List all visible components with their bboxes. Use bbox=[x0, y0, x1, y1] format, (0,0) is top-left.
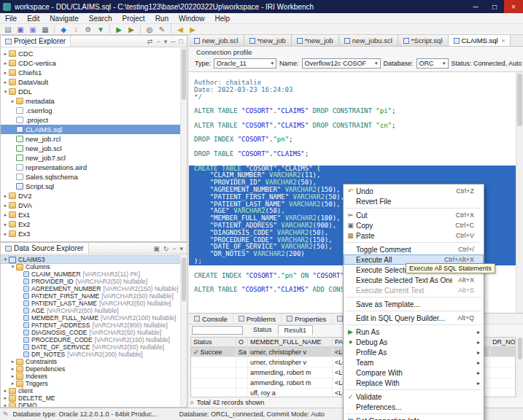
menu-edit[interactable]: Edit bbox=[22, 13, 44, 23]
expand-arrow-icon[interactable]: ▸ bbox=[9, 381, 16, 386]
datasource-item-procedure-code[interactable]: PROCEDURE_CODE[VARCHAR2(150) Nullable] bbox=[1, 336, 180, 343]
datasource-item-columns[interactable]: ▾Columns bbox=[1, 263, 180, 271]
project-item-cdc-vertica[interactable]: ▸CDC-vertica bbox=[1, 58, 180, 68]
expand-arrow-icon[interactable]: ▸ bbox=[2, 79, 9, 85]
menu-item-save-as-template[interactable]: Save as Template... bbox=[344, 299, 484, 309]
collapse-arrow-icon[interactable]: ▾ bbox=[2, 257, 9, 262]
new-job-wizard-icon[interactable]: ◆ bbox=[58, 25, 69, 34]
run-icon[interactable]: ▶ bbox=[113, 25, 125, 34]
project-item-script-sql[interactable]: Script.sql bbox=[1, 182, 180, 191]
datasource-item-dr-notes[interactable]: DR_NOTES[VARCHAR2(200) Nullable] bbox=[1, 351, 180, 358]
scrollbar-thumb[interactable] bbox=[517, 74, 522, 126]
datasource-item-triggers[interactable]: ▸Triggers bbox=[1, 380, 180, 387]
grid-header-status[interactable]: Status bbox=[191, 338, 236, 346]
menu-item-run-as[interactable]: ▶Run As▸ bbox=[344, 327, 484, 337]
project-item-sales-sqlschema[interactable]: Sales.sqlschema bbox=[1, 172, 180, 182]
datasource-item-client[interactable]: ▸client bbox=[1, 387, 180, 394]
new-connection-icon[interactable]: ▣ bbox=[153, 245, 160, 252]
expand-arrow-icon[interactable]: ▸ bbox=[9, 366, 16, 372]
save-all-icon[interactable]: ▣ bbox=[27, 25, 39, 34]
search-icon[interactable]: ◎ bbox=[144, 25, 155, 34]
project-item-datavault[interactable]: ▸DataVault bbox=[1, 77, 180, 87]
name-combo[interactable]: Overflow12c COSOF ▾ bbox=[302, 58, 381, 69]
menu-navigate[interactable]: Navigate bbox=[44, 13, 83, 23]
menu-item-copy[interactable]: ▣CopyCtrl+C bbox=[344, 220, 484, 230]
menu-item-edit-in-sql-query-builder[interactable]: Edit in SQL Query Builder...Alt+Q bbox=[344, 313, 484, 323]
menu-run[interactable]: Run bbox=[150, 13, 174, 23]
project-item-new-job-scl[interactable]: new_job.scl bbox=[1, 144, 180, 153]
project-item-cdc[interactable]: ▸CDC bbox=[1, 49, 180, 58]
scrollbar-thumb[interactable] bbox=[182, 49, 186, 100]
link-with-editor-icon[interactable]: ⇄ bbox=[147, 38, 153, 45]
collapse-all-icon[interactable]: − bbox=[156, 38, 160, 45]
project-item-chiefs1[interactable]: ▸Chiefs1 bbox=[1, 68, 180, 77]
project-item-new-job7-scl[interactable]: new_job7.scl bbox=[1, 153, 180, 163]
menu-item-replace-with[interactable]: Replace With▸ bbox=[344, 378, 484, 388]
datasource-item-indexes[interactable]: ▸Indexes bbox=[1, 373, 180, 380]
editor-tab-script-sql[interactable]: *Script.sql bbox=[398, 35, 449, 46]
datasource-item-claims3[interactable]: ▾CLAIMS3 bbox=[1, 256, 180, 263]
scrollbar-thumb[interactable] bbox=[182, 257, 186, 301]
datasource-item-age[interactable]: AGE[VARCHAR2(50) Nullable] bbox=[1, 307, 180, 314]
datasource-item-constraints[interactable]: ▸Constraints bbox=[1, 358, 180, 365]
close-button[interactable]: × bbox=[504, 0, 523, 13]
new-file-icon[interactable]: ▤ bbox=[2, 25, 14, 34]
expand-arrow-icon[interactable]: ▸ bbox=[2, 402, 9, 407]
menu-item-validate[interactable]: ✓Validate bbox=[344, 392, 484, 402]
project-item-ex3[interactable]: ▸Ex3 bbox=[1, 229, 180, 238]
sort-wizard-icon[interactable]: ↕ bbox=[70, 25, 82, 34]
menu-item-debug-as[interactable]: ●Debug As▸ bbox=[344, 337, 484, 347]
maximize-icon[interactable]: □ bbox=[179, 38, 183, 45]
menu-window[interactable]: Window bbox=[174, 13, 210, 23]
editor-scrollbar[interactable] bbox=[516, 72, 523, 313]
project-explorer-scrollbar[interactable] bbox=[180, 47, 187, 241]
grid-header-member-full-name[interactable]: MEMBER_FULL_NAME bbox=[248, 338, 333, 346]
type-combo[interactable]: Oracle_11 ▾ bbox=[214, 58, 276, 69]
menu-item-execute-current-text[interactable]: Execute Current TextAlt+S bbox=[344, 285, 484, 295]
menu-item-compare-with[interactable]: Compare With▸ bbox=[344, 368, 484, 378]
menu-item-preferences[interactable]: Preferences... bbox=[344, 402, 484, 412]
view-menu-icon[interactable]: ▾ bbox=[164, 38, 168, 45]
project-item-ex1[interactable]: ▸Ex1 bbox=[1, 210, 180, 219]
external-tools-icon[interactable]: ▶ bbox=[125, 25, 137, 34]
print-icon[interactable]: ▦ bbox=[39, 25, 51, 34]
expand-arrow-icon[interactable]: ▸ bbox=[9, 98, 16, 104]
minimize-icon[interactable]: ─ bbox=[171, 38, 175, 45]
menu-item-profile-as[interactable]: Profile As▸ bbox=[344, 347, 484, 357]
menu-file[interactable]: File bbox=[0, 13, 22, 23]
expand-arrow-icon[interactable]: ▸ bbox=[2, 231, 9, 237]
expand-arrow-icon[interactable]: ▸ bbox=[2, 388, 9, 394]
database-combo[interactable]: ORC ▾ bbox=[417, 58, 449, 69]
grid-header-o[interactable]: O bbox=[236, 338, 248, 346]
menu-item-paste[interactable]: ▦PasteCtrl+V bbox=[344, 230, 484, 241]
menu-project[interactable]: Project bbox=[117, 13, 150, 23]
etl-wizard-icon[interactable]: ⚙ bbox=[82, 25, 94, 34]
expand-arrow-icon[interactable]: ▸ bbox=[2, 51, 9, 57]
menu-help[interactable]: Help bbox=[210, 13, 236, 23]
menu-item-revert-file[interactable]: Revert File bbox=[344, 196, 484, 206]
grid-header-dr-notes[interactable]: DR_NOTES bbox=[490, 338, 516, 346]
collapse-arrow-icon[interactable]: ▾ bbox=[2, 89, 9, 95]
project-item-dv2[interactable]: ▸DV2 bbox=[1, 191, 180, 201]
collapse-all-icon[interactable]: − bbox=[172, 245, 176, 252]
expand-arrow-icon[interactable]: ▸ bbox=[9, 359, 16, 365]
annotate-icon[interactable]: ✎ bbox=[156, 25, 168, 34]
datasource-item-patient-last-name[interactable]: PATIENT_LAST_NAME[VARCHAR2(50) Nullable] bbox=[1, 300, 180, 307]
datasource-item-member-full-name[interactable]: MEMBER_FULL_NAME[VARCHAR2(100) Nullable] bbox=[1, 314, 180, 322]
menu-search[interactable]: Search bbox=[84, 13, 117, 23]
console-tab-problems[interactable]: Problems bbox=[233, 314, 282, 324]
datasource-item-patient-first-name[interactable]: PATIENT_FIRST_NAME[VARCHAR2(50) Nullable… bbox=[1, 292, 180, 300]
datasource-item-diagnosis-code[interactable]: DIAGNOSIS_CODE[VARCHAR2(50) Nullable] bbox=[1, 329, 180, 336]
expand-arrow-icon[interactable]: ▸ bbox=[2, 70, 9, 76]
expand-arrow-icon[interactable]: ▸ bbox=[2, 61, 9, 66]
editor-tab-claims-sql[interactable]: CLAIMS.sql× bbox=[449, 35, 511, 46]
menu-item-execute-selected-text-as-one-statement[interactable]: Execute Selected Text As One StatementAl… bbox=[344, 275, 484, 285]
grid-scrollbar[interactable] bbox=[516, 337, 523, 397]
menu-item-set-connection-info[interactable]: ▤Set Connection Info bbox=[344, 416, 484, 420]
console-tab-console[interactable]: Console bbox=[189, 314, 233, 324]
operation-list[interactable] bbox=[192, 326, 243, 335]
close-tab-icon[interactable]: × bbox=[502, 37, 505, 44]
view-menu-icon[interactable]: ▾ bbox=[179, 245, 183, 252]
expand-arrow-icon[interactable]: ▸ bbox=[2, 222, 9, 228]
database-wizard-icon[interactable]: ▼ bbox=[95, 25, 106, 34]
